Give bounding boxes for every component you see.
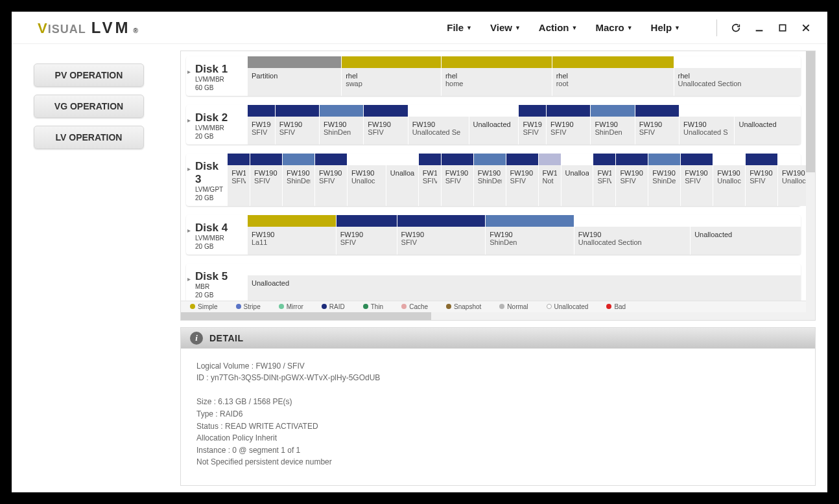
partition-cap: [248, 215, 336, 227]
disk-label[interactable]: ▸Disk 4LVM/MBR20 GB: [186, 215, 247, 255]
menu-file[interactable]: File▼: [447, 22, 472, 33]
partition[interactable]: FW190ShinDen: [590, 105, 634, 144]
partition-sub: home: [445, 80, 548, 87]
partition-sub: ShinDen: [478, 177, 502, 185]
partition[interactable]: FW190SFIV: [314, 154, 347, 206]
partition[interactable]: rhelhome: [441, 56, 552, 96]
menu-action[interactable]: Action▼: [539, 22, 578, 33]
partition-cap: [593, 154, 615, 165]
partition-title: FW190: [279, 120, 315, 128]
partition[interactable]: Unalloacted: [690, 215, 801, 255]
partition-sub: SFIV: [523, 128, 542, 136]
partition-sub: SFIV: [252, 128, 271, 136]
partition[interactable]: FW190SFIV: [635, 105, 679, 144]
horizontal-scrollbar[interactable]: [181, 312, 806, 320]
disk-label[interactable]: ▸Disk 2LVM/MBR20 GB: [186, 105, 247, 144]
partition[interactable]: FW190SFIV: [275, 105, 319, 144]
topbar: VISUAL LVM® File▼ View▼ Action▼ Macro▼ H…: [12, 12, 827, 44]
partition-title: FW190: [750, 169, 774, 177]
partition-title: FW190: [412, 120, 465, 128]
disk-label[interactable]: ▸Disk 5MBR20 GB: [186, 264, 247, 301]
partition[interactable]: rhelUnallocated Section: [674, 56, 801, 96]
partition[interactable]: FW190La11: [247, 215, 336, 255]
legend: Simple Stripe Mirror RAID Thin Cache Sna…: [181, 301, 806, 312]
partition-title: FW190: [423, 169, 437, 177]
detail-type: Type : RAID6: [196, 408, 799, 420]
partition-cap: [681, 154, 713, 165]
partition[interactable]: FW190SFIV: [546, 105, 590, 144]
close-icon[interactable]: [800, 22, 812, 34]
disk-row: ▸Disk 1LVM/MBR60 GBPartitionrhelswaprhel…: [186, 56, 801, 96]
partition[interactable]: FW190SFIV: [593, 154, 615, 206]
partition[interactable]: FW190Not: [538, 154, 561, 206]
partition-title: FW190: [252, 231, 332, 238]
partition[interactable]: FW190SFIV: [745, 154, 777, 206]
partition[interactable]: FW190Unalloc: [347, 154, 386, 206]
partition[interactable]: rhelroot: [552, 56, 674, 96]
partition-cap: [248, 56, 341, 68]
partition[interactable]: FW190SFIV: [397, 215, 486, 255]
partition[interactable]: FW190Unallocated Se: [408, 105, 469, 144]
partition-title: FW190: [717, 169, 741, 177]
partition-cap: [386, 154, 418, 165]
menu-macro[interactable]: Macro▼: [595, 22, 632, 33]
partition[interactable]: FW190SFIV: [518, 105, 546, 144]
partition-cap: [248, 264, 801, 275]
partition[interactable]: FW190ShinDen: [648, 154, 680, 206]
disk-subtype: LVM/MBR: [195, 76, 243, 84]
lv-operation-button[interactable]: LV OPERATION: [34, 126, 144, 149]
partition-title: rhel: [445, 72, 548, 80]
partition-sub: ShinDen: [324, 128, 359, 136]
disk-subtype: LVM/MBR: [195, 235, 243, 243]
partition[interactable]: Unalloa: [561, 154, 593, 206]
menu-view[interactable]: View▼: [490, 22, 521, 33]
partition[interactable]: FW190SFIV: [441, 154, 473, 206]
partition[interactable]: FW190SFIV: [247, 105, 275, 144]
partition[interactable]: FW190ShinDen: [282, 154, 314, 206]
partition[interactable]: Unalloacted: [247, 264, 801, 301]
partition[interactable]: FW190SFIV: [336, 215, 397, 255]
partition-cap: [746, 154, 777, 165]
partition[interactable]: FW190SFIV: [227, 154, 250, 206]
vg-operation-button[interactable]: VG OPERATION: [34, 95, 144, 118]
partition-sub: SFIV: [423, 177, 437, 185]
partition[interactable]: Unalloacted: [734, 105, 800, 144]
partition[interactable]: FW190ShinDen: [473, 154, 506, 206]
partition[interactable]: FW190ShinDen: [485, 215, 574, 255]
partition[interactable]: Unalloacted: [469, 105, 519, 144]
disk-label[interactable]: ▸Disk 3LVM/GPT20 GB: [186, 154, 227, 206]
partition[interactable]: FW190SFIV: [250, 154, 282, 206]
disk-row: ▸Disk 4LVM/MBR20 GBFW190La11FW190SFIVFW1…: [186, 215, 801, 255]
disk-label[interactable]: ▸Disk 1LVM/MBR60 GB: [186, 56, 247, 96]
partition-title: FW190: [597, 169, 611, 177]
partition[interactable]: FW190ShinDen: [319, 105, 363, 144]
partition[interactable]: FW190SFIV: [418, 154, 441, 206]
vertical-scrollbar[interactable]: [806, 51, 815, 320]
partition[interactable]: FW190SFIV: [506, 154, 538, 206]
partition[interactable]: FW190Unallocated S: [679, 105, 734, 144]
partition[interactable]: FW190Unalloc: [777, 154, 806, 206]
partition-title: Unalloacted: [739, 120, 796, 128]
partition[interactable]: FW190SFIV: [680, 154, 713, 206]
partition-title: FW190: [595, 120, 630, 128]
partition-cap: [713, 154, 745, 165]
chevron-right-icon: ▸: [187, 227, 191, 234]
partition[interactable]: FW190Unalloc: [713, 154, 745, 206]
partition[interactable]: Partition: [247, 56, 341, 96]
disk-name: Disk 2: [195, 111, 243, 124]
app-logo: VISUAL LVM®: [38, 19, 139, 37]
partition-title: FW190: [523, 120, 542, 128]
disk-size: 20 GB: [195, 243, 243, 251]
partition-title: FW190: [319, 169, 343, 177]
pv-operation-button[interactable]: PV OPERATION: [34, 63, 144, 87]
partition[interactable]: rhelswap: [341, 56, 441, 96]
minimize-icon[interactable]: [753, 22, 765, 34]
partition[interactable]: Unalloa: [386, 154, 418, 206]
maximize-icon[interactable]: [777, 22, 788, 34]
partition[interactable]: FW190Unallocated Section: [574, 215, 690, 255]
partition[interactable]: FW190SFIV: [363, 105, 407, 144]
partition[interactable]: FW190SFIV: [615, 154, 648, 206]
partition-cap: [778, 154, 806, 165]
refresh-icon[interactable]: [730, 22, 742, 34]
menu-help[interactable]: Help▼: [651, 22, 680, 33]
